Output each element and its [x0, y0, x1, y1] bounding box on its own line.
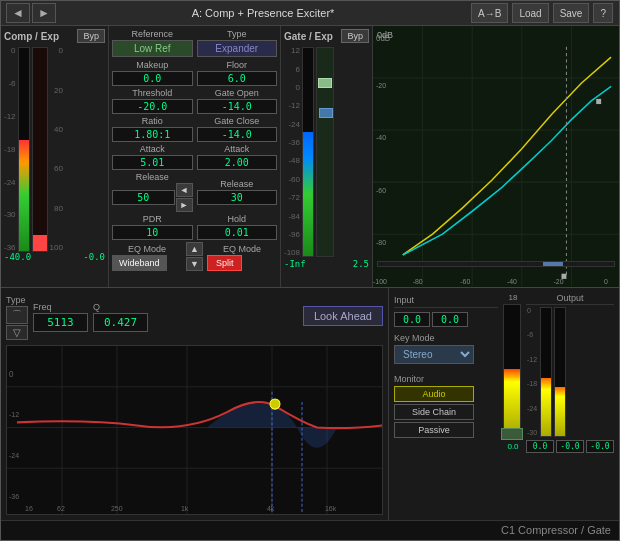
eq-graph-svg: 0 -12 -24 -36 16 62 250 1k 4k 16k [7, 346, 382, 514]
type-label: Type [197, 29, 278, 39]
monitor-passive-btn[interactable]: Passive [394, 422, 474, 438]
gs-60: -60 [284, 176, 300, 184]
gs-96: -96 [284, 231, 300, 239]
attack2-value[interactable]: 2.00 [197, 155, 278, 170]
makeup-value[interactable]: 0.0 [112, 71, 193, 86]
hold-value[interactable]: 0.01 [197, 225, 278, 240]
link-down-btn[interactable]: ▼ [186, 257, 203, 271]
monitor-sidechain-btn[interactable]: Side Chain [394, 404, 474, 420]
attack-value[interactable]: 5.01 [112, 155, 193, 170]
release-left-btn[interactable]: ◄ [176, 183, 193, 197]
input-label: Input [394, 295, 414, 305]
hold-label: Hold [197, 214, 278, 224]
eq-q-group: Q 0.427 [93, 300, 148, 332]
eq-controls-row: Type ⌒ ▽ Freq 5113 Q 0.427 Look [6, 293, 383, 340]
comp-meter-1 [18, 47, 30, 252]
svg-text:62: 62 [57, 504, 65, 511]
input-val-1[interactable]: 0.0 [394, 312, 430, 327]
eqmode-wideband-btn[interactable]: Wideband [112, 255, 167, 271]
comp-header: Comp / Exp Byp [4, 29, 105, 43]
gate-header: Gate / Exp Byp [284, 29, 369, 43]
threshold-value[interactable]: -20.0 [112, 99, 193, 114]
plugin-product-name: C1 Compressor / Gate [501, 524, 611, 536]
key-mode-select[interactable]: Stereo Mono Mid/Side [394, 345, 474, 364]
gs-12: 12 [284, 47, 300, 55]
comp-meter-2 [32, 47, 48, 252]
os-0: 0 [527, 307, 537, 314]
key-mode-label: Key Mode [394, 333, 498, 343]
output-scale: 0 -6 -12 -18 -24 -30 [526, 307, 538, 437]
eqmode-split-btn[interactable]: Split [207, 255, 243, 271]
eq-freq-label: Freq [33, 302, 52, 312]
release-right-btn[interactable]: ► [176, 198, 193, 212]
look-ahead-button[interactable]: Look Ahead [303, 306, 383, 326]
eqmode-label: EQ Mode [112, 244, 182, 254]
output-vu-bars: 0 -6 -12 -18 -24 -30 [526, 307, 614, 437]
pdr-value[interactable]: 10 [112, 225, 193, 240]
eq-filter-shape-2[interactable]: ▽ [6, 325, 28, 340]
link-up-btn[interactable]: ▲ [186, 242, 203, 256]
eq-freq-display[interactable]: 5113 [33, 313, 88, 332]
gate-open-value[interactable]: -14.0 [197, 99, 278, 114]
makeup-label: Makeup [112, 60, 193, 70]
gate-slider[interactable] [316, 47, 334, 257]
release2-value[interactable]: 30 [197, 190, 278, 205]
scale-label-18: -18 [4, 146, 16, 154]
gs-84: -84 [284, 213, 300, 221]
svg-text:0: 0 [9, 369, 14, 378]
ab-button[interactable]: A→B [471, 3, 508, 23]
gate-bypass-button[interactable]: Byp [341, 29, 369, 43]
gs-48: -48 [284, 157, 300, 165]
scale-r-60: 60 [50, 165, 63, 173]
scale-label-12: -12 [4, 113, 16, 121]
gs-0: 0 [284, 84, 300, 92]
eq-q-label: Q [93, 302, 100, 312]
vu-input-header: 18 [503, 293, 523, 302]
gate-open-label: Gate Open [197, 88, 278, 98]
input-fader-handle[interactable] [501, 428, 523, 440]
input-val-2[interactable]: 0.0 [432, 312, 468, 327]
comp-graph-area: 0dB [373, 26, 619, 286]
undo-button[interactable]: ◄ [6, 3, 30, 23]
floor-value[interactable]: 6.0 [197, 71, 278, 86]
scale-r-80: 80 [50, 205, 63, 213]
eq-q-display[interactable]: 0.427 [93, 313, 148, 332]
type-dropdown[interactable]: Expander [197, 40, 278, 57]
monitor-audio-btn[interactable]: Audio [394, 386, 474, 402]
output-val-1[interactable]: 0.0 [526, 440, 554, 453]
eqmode2-label: EQ Mode [207, 244, 277, 254]
eq-graph: 0 -12 -24 -36 16 62 250 1k 4k 16k [6, 345, 383, 515]
save-button[interactable]: Save [553, 3, 590, 23]
eq-filter-shape-1[interactable]: ⌒ [6, 306, 28, 324]
svg-text:-40: -40 [507, 278, 517, 286]
svg-text:-24: -24 [9, 451, 19, 458]
comp-bypass-button[interactable]: Byp [77, 29, 105, 43]
gate-scale: 12 6 0 -12 -24 -36 -48 -60 -72 -84 -96 -… [284, 47, 300, 257]
graph-h-slider[interactable] [377, 261, 615, 267]
output-val-2[interactable]: -0.0 [556, 440, 584, 453]
load-button[interactable]: Load [512, 3, 548, 23]
scale-r-0: 0 [50, 47, 63, 55]
svg-point-32 [270, 398, 280, 408]
eq-panel: Type ⌒ ▽ Freq 5113 Q 0.427 Look [1, 288, 389, 520]
monitor-label: Monitor [394, 374, 498, 384]
gate-exp-panel: Gate / Exp Byp 12 6 0 -12 -24 -36 -48 -6… [281, 26, 373, 286]
gate-close-value[interactable]: -14.0 [197, 127, 278, 142]
svg-text:-12: -12 [9, 411, 19, 418]
graph-db-label: 0dB [377, 30, 393, 40]
gate-title: Gate / Exp [284, 31, 333, 42]
os-12: -12 [527, 356, 537, 363]
gs-36: -36 [284, 139, 300, 147]
output-val-3[interactable]: -0.0 [586, 440, 614, 453]
comp-panel: Comp / Exp Byp 0 -6 -12 -18 -24 -30 -36 [1, 26, 109, 286]
comp-bottom-right: -0.0 [83, 252, 105, 262]
ratio-value[interactable]: 1.80:1 [112, 127, 193, 142]
input-vals-row: 0.0 0.0 [394, 312, 498, 327]
help-button[interactable]: ? [593, 3, 613, 23]
redo-button[interactable]: ► [32, 3, 56, 23]
gs-72: -72 [284, 194, 300, 202]
comp-graph-svg: 0dB -20 -40 -60 -80 -100 -80 -60 -40 -20… [373, 26, 619, 286]
scale-label-30: -30 [4, 211, 16, 219]
ref-dropdown[interactable]: Low Ref [112, 40, 193, 57]
release-value[interactable]: 50 [112, 190, 175, 205]
